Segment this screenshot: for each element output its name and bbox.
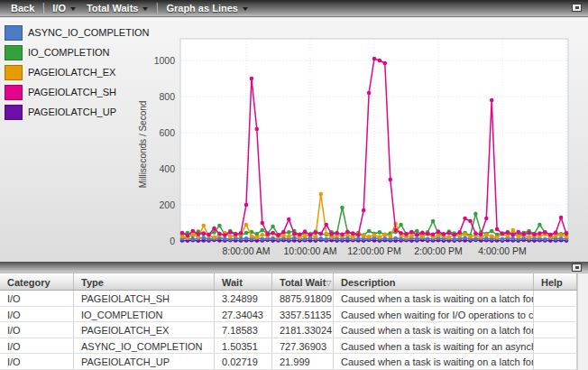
- svg-text:0: 0: [170, 236, 175, 246]
- cell-category: I/O: [0, 338, 74, 354]
- svg-text:4:00:00 PM: 4:00:00 PM: [478, 245, 527, 256]
- back-button-label: Back: [11, 3, 34, 14]
- cell-description: Caused when a task is waiting on a latch…: [334, 354, 534, 369]
- category-menu-label: I/O: [52, 3, 66, 14]
- svg-text:600: 600: [159, 127, 175, 138]
- column-header-label: Type: [81, 277, 104, 288]
- svg-text:12:00:00 PM: 12:00:00 PM: [347, 245, 401, 256]
- cell-type: PAGEIOLATCH_UP: [74, 354, 215, 369]
- cell-category: I/O: [0, 307, 74, 322]
- chart-legend: ASYNC_IO_COMPLETION IO_COMPLETION PAGEIO…: [5, 24, 149, 124]
- svg-text:800: 800: [159, 91, 175, 102]
- cell-description: Caused when waiting for I/O operations t…: [334, 307, 534, 322]
- legend-item[interactable]: IO_COMPLETION: [5, 44, 149, 60]
- column-header-category[interactable]: Category: [0, 273, 74, 290]
- column-header-wait[interactable]: Wait: [215, 273, 272, 290]
- table-row[interactable]: I/OPAGEIOLATCH_UP0.0271921.999Caused whe…: [0, 354, 588, 370]
- chevron-down-icon: [243, 7, 248, 11]
- toolbar-separator: [156, 3, 158, 14]
- svg-text:1000: 1000: [154, 55, 176, 66]
- wait-mode-menu-label: Total Waits: [87, 3, 138, 14]
- collapse-panel-icon[interactable]: [572, 264, 582, 272]
- cell-total_wait: 727.36903: [272, 338, 334, 354]
- cell-wait: 1.50351: [215, 338, 272, 354]
- chevron-down-icon: [142, 7, 148, 11]
- top-toolbar: Back I/O Total Waits Graph as Lines: [0, 0, 588, 17]
- legend-color-swatch-icon: [5, 45, 23, 60]
- table-row[interactable]: I/OPAGEIOLATCH_EX7.185832181.33024Caused…: [0, 322, 588, 338]
- cell-category: I/O: [0, 322, 74, 338]
- legend-color-swatch-icon: [5, 25, 23, 41]
- cell-total_wait: 3357.51135: [272, 307, 334, 322]
- graph-style-menu-label: Graph as Lines: [166, 3, 237, 14]
- cell-type: IO_COMPLETION: [74, 307, 215, 322]
- wait-types-table: CategoryTypeWaitTotal Wait▽DescriptionHe…: [0, 273, 588, 370]
- table-row[interactable]: I/OPAGEIOLATCH_SH3.248998875.91809Caused…: [0, 291, 588, 307]
- column-header-help[interactable]: Help: [534, 273, 577, 290]
- cell-help: [534, 338, 577, 354]
- legend-item[interactable]: ASYNC_IO_COMPLETION: [5, 24, 149, 41]
- table-header-row: CategoryTypeWaitTotal Wait▽DescriptionHe…: [0, 273, 588, 291]
- table-body: I/OPAGEIOLATCH_SH3.248998875.91809Caused…: [0, 291, 588, 370]
- svg-text:10:00:00 AM: 10:00:00 AM: [284, 245, 337, 256]
- toolbar-separator: [42, 3, 44, 14]
- table-row[interactable]: I/OIO_COMPLETION27.340433357.51135Caused…: [0, 307, 588, 323]
- wait-stats-chart-panel: ASYNC_IO_COMPLETION IO_COMPLETION PAGEIO…: [0, 18, 588, 262]
- legend-item[interactable]: PAGEIOLATCH_EX: [5, 64, 149, 80]
- chevron-down-icon: [70, 7, 76, 11]
- cell-type: PAGEIOLATCH_SH: [74, 291, 215, 306]
- cell-wait: 3.24899: [215, 291, 272, 306]
- legend-item[interactable]: PAGEIOLATCH_UP: [5, 104, 149, 120]
- column-header-label: Wait: [222, 277, 243, 288]
- column-header-description[interactable]: Description: [334, 273, 534, 290]
- cell-help: [534, 322, 577, 338]
- wait-stats-line-chart: 020040060080010008:00:00 AM10:00:00 AM12…: [135, 18, 588, 262]
- cell-total_wait: 21.999: [272, 354, 334, 369]
- cell-help: [534, 291, 577, 306]
- svg-text:2:00:00 PM: 2:00:00 PM: [414, 245, 463, 256]
- svg-text:200: 200: [159, 199, 175, 210]
- cell-wait: 7.18583: [215, 322, 272, 338]
- legend-item-label: PAGEIOLATCH_UP: [28, 106, 116, 117]
- table-row[interactable]: I/OASYNC_IO_COMPLETION1.50351727.36903Ca…: [0, 338, 588, 355]
- sort-descending-icon: ▽: [326, 279, 331, 287]
- cell-type: PAGEIOLATCH_EX: [74, 322, 215, 338]
- column-header-label: Description: [341, 277, 396, 288]
- legend-item-label: PAGEIOLATCH_EX: [28, 67, 115, 78]
- column-header-label: Help: [541, 277, 563, 288]
- graph-style-menu-button[interactable]: Graph as Lines: [161, 0, 253, 16]
- svg-text:8:00:00 AM: 8:00:00 AM: [222, 245, 270, 256]
- cell-description: Caused when a task is waiting on a latch…: [334, 291, 534, 306]
- cell-total_wait: 2181.33024: [272, 322, 334, 338]
- cell-category: I/O: [0, 354, 74, 369]
- legend-item-label: IO_COMPLETION: [28, 47, 109, 58]
- cell-wait: 0.02719: [215, 354, 272, 369]
- cell-help: [534, 307, 577, 322]
- cell-description: Caused when a task is waiting for an asy…: [334, 338, 534, 354]
- legend-item[interactable]: PAGEIOLATCH_SH: [5, 84, 149, 100]
- cell-description: Caused when a task is waiting on a latch…: [334, 322, 534, 338]
- legend-color-swatch-icon: [5, 85, 23, 100]
- column-header-label: Category: [7, 277, 51, 288]
- svg-text:400: 400: [159, 163, 175, 174]
- legend-color-swatch-icon: [5, 65, 23, 80]
- horizontal-splitter[interactable]: [0, 262, 588, 273]
- column-header-type[interactable]: Type: [74, 273, 215, 290]
- cell-category: I/O: [0, 291, 74, 306]
- column-header-total-wait[interactable]: Total Wait▽: [272, 273, 334, 290]
- cell-help: [534, 354, 577, 369]
- table-scrollbar[interactable]: [577, 273, 588, 370]
- wait-mode-menu-button[interactable]: Total Waits: [81, 0, 153, 16]
- column-header-label: Total Wait: [280, 277, 326, 288]
- cell-total_wait: 8875.91809: [272, 291, 334, 306]
- legend-item-label: ASYNC_IO_COMPLETION: [28, 27, 149, 38]
- panel-toggle-icon[interactable]: [572, 4, 582, 12]
- cell-type: ASYNC_IO_COMPLETION: [74, 338, 215, 354]
- legend-color-swatch-icon: [5, 105, 23, 120]
- cell-wait: 27.34043: [215, 307, 272, 322]
- y-axis-title: Milliseconds / Second: [138, 101, 148, 189]
- legend-item-label: PAGEIOLATCH_SH: [28, 87, 116, 97]
- category-menu-button[interactable]: I/O: [47, 0, 81, 16]
- back-button[interactable]: Back: [5, 0, 40, 16]
